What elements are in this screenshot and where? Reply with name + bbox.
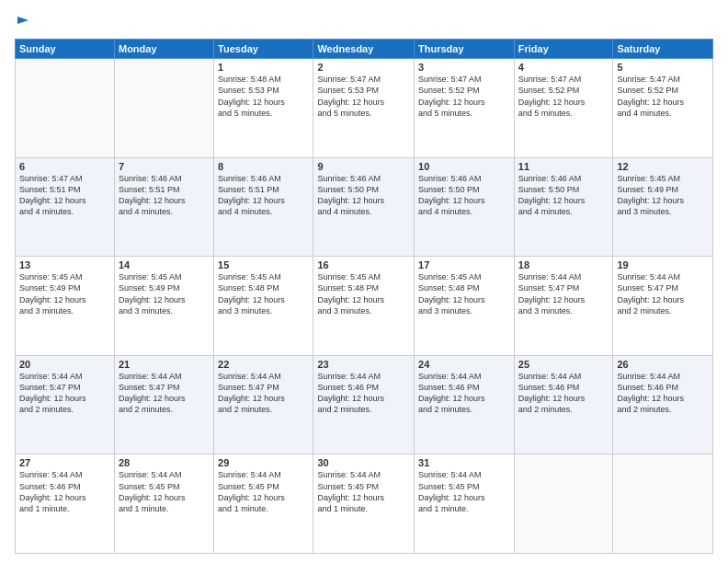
calendar-cell: 28Sunrise: 5:44 AMSunset: 5:45 PMDayligh… [114,454,213,554]
day-info: Sunrise: 5:44 AMSunset: 5:46 PMDaylight:… [617,371,709,416]
header-tuesday: Tuesday [214,40,313,59]
calendar-cell: 25Sunrise: 5:44 AMSunset: 5:46 PMDayligh… [514,355,613,454]
calendar-cell: 6Sunrise: 5:47 AMSunset: 5:51 PMDaylight… [16,157,115,257]
header-saturday: Saturday [613,40,713,59]
day-info: Sunrise: 5:47 AMSunset: 5:52 PMDaylight:… [617,74,709,119]
day-number: 27 [19,457,110,468]
day-info: Sunrise: 5:47 AMSunset: 5:51 PMDaylight:… [19,173,110,218]
day-number: 17 [418,259,510,270]
calendar-cell: 15Sunrise: 5:45 AMSunset: 5:48 PMDayligh… [214,257,313,356]
day-info: Sunrise: 5:47 AMSunset: 5:53 PMDaylight:… [317,74,410,119]
day-number: 14 [119,259,210,270]
calendar-cell: 1Sunrise: 5:48 AMSunset: 5:53 PMDaylight… [214,59,313,158]
calendar-cell [514,454,613,554]
day-number: 10 [418,161,510,172]
day-number: 6 [19,161,110,172]
calendar-cell: 10Sunrise: 5:46 AMSunset: 5:50 PMDayligh… [415,157,515,257]
logo [15,15,32,31]
calendar-cell: 29Sunrise: 5:44 AMSunset: 5:45 PMDayligh… [214,454,313,554]
day-info: Sunrise: 5:45 AMSunset: 5:48 PMDaylight:… [418,271,510,316]
calendar-cell: 30Sunrise: 5:44 AMSunset: 5:45 PMDayligh… [313,454,415,554]
header-monday: Monday [114,40,213,59]
calendar-cell: 8Sunrise: 5:46 AMSunset: 5:51 PMDaylight… [214,157,313,257]
day-number: 20 [19,359,110,370]
header-wednesday: Wednesday [313,40,415,59]
day-number: 2 [317,62,410,73]
calendar-cell [16,59,115,158]
day-number: 22 [218,359,309,370]
day-info: Sunrise: 5:47 AMSunset: 5:52 PMDaylight:… [518,74,609,119]
calendar-cell [114,59,213,158]
day-number: 28 [119,457,210,468]
calendar-header-row: SundayMondayTuesdayWednesdayThursdayFrid… [16,40,713,59]
day-info: Sunrise: 5:44 AMSunset: 5:47 PMDaylight:… [119,371,210,416]
day-info: Sunrise: 5:44 AMSunset: 5:46 PMDaylight:… [317,371,410,416]
day-info: Sunrise: 5:46 AMSunset: 5:51 PMDaylight:… [218,173,309,218]
calendar-cell: 11Sunrise: 5:46 AMSunset: 5:50 PMDayligh… [514,157,613,257]
day-info: Sunrise: 5:45 AMSunset: 5:49 PMDaylight:… [19,271,110,316]
calendar-cell: 4Sunrise: 5:47 AMSunset: 5:52 PMDaylight… [514,59,613,158]
day-number: 26 [617,359,709,370]
day-info: Sunrise: 5:45 AMSunset: 5:49 PMDaylight:… [617,173,709,218]
day-info: Sunrise: 5:44 AMSunset: 5:46 PMDaylight:… [518,371,609,416]
day-number: 18 [518,259,609,270]
calendar-week-3: 13Sunrise: 5:45 AMSunset: 5:49 PMDayligh… [16,257,713,356]
calendar-cell: 3Sunrise: 5:47 AMSunset: 5:52 PMDaylight… [415,59,515,158]
day-info: Sunrise: 5:44 AMSunset: 5:45 PMDaylight:… [418,469,510,514]
day-number: 4 [518,62,609,73]
day-info: Sunrise: 5:44 AMSunset: 5:47 PMDaylight:… [218,371,309,416]
day-info: Sunrise: 5:44 AMSunset: 5:45 PMDaylight:… [317,469,410,514]
day-number: 16 [317,259,410,270]
day-number: 21 [119,359,210,370]
calendar-cell: 18Sunrise: 5:44 AMSunset: 5:47 PMDayligh… [514,257,613,356]
day-info: Sunrise: 5:45 AMSunset: 5:48 PMDaylight:… [317,271,410,316]
day-info: Sunrise: 5:44 AMSunset: 5:45 PMDaylight:… [218,469,309,514]
header-friday: Friday [514,40,613,59]
calendar-cell: 31Sunrise: 5:44 AMSunset: 5:45 PMDayligh… [415,454,515,554]
day-number: 29 [218,457,309,468]
calendar-cell: 20Sunrise: 5:44 AMSunset: 5:47 PMDayligh… [16,355,115,454]
calendar-cell: 17Sunrise: 5:45 AMSunset: 5:48 PMDayligh… [415,257,515,356]
day-info: Sunrise: 5:44 AMSunset: 5:46 PMDaylight:… [418,371,510,416]
day-number: 13 [19,259,110,270]
day-number: 24 [418,359,510,370]
calendar-cell: 7Sunrise: 5:46 AMSunset: 5:51 PMDaylight… [114,157,213,257]
day-info: Sunrise: 5:48 AMSunset: 5:53 PMDaylight:… [218,74,309,119]
day-number: 1 [218,62,309,73]
day-info: Sunrise: 5:44 AMSunset: 5:46 PMDaylight:… [19,469,110,514]
day-number: 8 [218,161,309,172]
header-thursday: Thursday [415,40,515,59]
day-info: Sunrise: 5:44 AMSunset: 5:47 PMDaylight:… [19,371,110,416]
calendar-week-5: 27Sunrise: 5:44 AMSunset: 5:46 PMDayligh… [16,454,713,554]
calendar-cell: 14Sunrise: 5:45 AMSunset: 5:49 PMDayligh… [114,257,213,356]
day-info: Sunrise: 5:47 AMSunset: 5:52 PMDaylight:… [418,74,510,119]
calendar-cell: 5Sunrise: 5:47 AMSunset: 5:52 PMDaylight… [613,59,713,158]
day-info: Sunrise: 5:46 AMSunset: 5:50 PMDaylight:… [317,173,410,218]
calendar-week-2: 6Sunrise: 5:47 AMSunset: 5:51 PMDaylight… [16,157,713,257]
calendar-cell: 19Sunrise: 5:44 AMSunset: 5:47 PMDayligh… [613,257,713,356]
calendar-cell: 12Sunrise: 5:45 AMSunset: 5:49 PMDayligh… [613,157,713,257]
day-info: Sunrise: 5:45 AMSunset: 5:49 PMDaylight:… [119,271,210,316]
logo-flag-icon [16,15,32,31]
day-number: 5 [617,62,709,73]
day-number: 7 [119,161,210,172]
day-number: 12 [617,161,709,172]
calendar-cell: 22Sunrise: 5:44 AMSunset: 5:47 PMDayligh… [214,355,313,454]
day-info: Sunrise: 5:44 AMSunset: 5:47 PMDaylight:… [617,271,709,316]
calendar-week-4: 20Sunrise: 5:44 AMSunset: 5:47 PMDayligh… [16,355,713,454]
day-info: Sunrise: 5:44 AMSunset: 5:47 PMDaylight:… [518,271,609,316]
day-number: 30 [317,457,410,468]
day-info: Sunrise: 5:46 AMSunset: 5:51 PMDaylight:… [119,173,210,218]
day-info: Sunrise: 5:44 AMSunset: 5:45 PMDaylight:… [119,469,210,514]
header-sunday: Sunday [16,40,115,59]
calendar-table: SundayMondayTuesdayWednesdayThursdayFrid… [15,39,713,554]
day-info: Sunrise: 5:46 AMSunset: 5:50 PMDaylight:… [418,173,510,218]
day-number: 3 [418,62,510,73]
day-number: 31 [418,457,510,468]
calendar-cell: 23Sunrise: 5:44 AMSunset: 5:46 PMDayligh… [313,355,415,454]
page: SundayMondayTuesdayWednesdayThursdayFrid… [0,0,728,563]
calendar-week-1: 1Sunrise: 5:48 AMSunset: 5:53 PMDaylight… [16,59,713,158]
day-number: 25 [518,359,609,370]
day-number: 15 [218,259,309,270]
day-info: Sunrise: 5:45 AMSunset: 5:48 PMDaylight:… [218,271,309,316]
